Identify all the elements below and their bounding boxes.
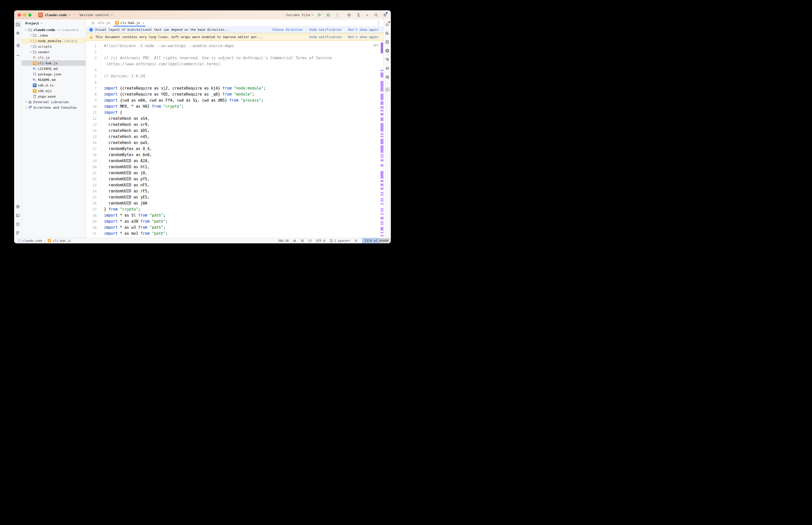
line-number: 5: [86, 73, 101, 79]
tree-item[interactable]: scripts: [22, 44, 86, 49]
vcs-change-mark: [381, 180, 383, 182]
banner-link[interactable]: Don't show again: [348, 28, 379, 31]
tree-chevron-icon[interactable]: [24, 101, 28, 103]
search-icon[interactable]: [373, 12, 379, 17]
vcs-change-mark: [381, 159, 383, 161]
indent-widget[interactable]: 2 spaces*: [329, 239, 351, 243]
tab-cli-bak-js[interactable]: JS cli-bak.js ×: [113, 19, 147, 26]
tab-cli-js[interactable]: 10QJS cli.js: [89, 19, 113, 26]
tree-item[interactable]: {}package.json: [22, 71, 86, 77]
editor-tab-bar: 10QJS cli.js JS cli-bak.js × ⋮: [86, 19, 383, 27]
vcs-change-mark: [381, 154, 383, 155]
tab-options-icon[interactable]: ⋮: [373, 19, 383, 26]
zoom-window-button[interactable]: [28, 13, 31, 17]
vcs-change-mark: [381, 70, 383, 71]
close-window-button[interactable]: [18, 13, 21, 17]
notifications-bell-icon[interactable]: [385, 21, 390, 27]
tree-item[interactable]: node_moduleslibrary: [22, 38, 86, 44]
breadcrumb-project[interactable]: claude-code: [22, 239, 42, 243]
vcs-change-mark: [381, 200, 383, 201]
services-tool-window-icon[interactable]: [15, 204, 21, 209]
code-review-users-icon[interactable]: [385, 74, 390, 80]
run-configuration-selector[interactable]: Current File: [286, 13, 313, 17]
maven-tool-window-icon[interactable]: M: [385, 87, 390, 92]
tree-item[interactable]: .idea: [22, 32, 86, 38]
close-tab-icon[interactable]: ×: [142, 21, 144, 25]
tree-item[interactable]: M↓LICENSE.md: [22, 66, 86, 71]
vcs-widget[interactable]: Version control: [79, 13, 112, 17]
code-line: 26 randomUUID as j0A: [86, 200, 383, 206]
tree-item[interactable]: JSsdk.mjs: [22, 88, 86, 93]
minimize-window-button[interactable]: [23, 13, 26, 17]
plugin-shapes-icon[interactable]: [385, 57, 390, 62]
code-with-me-icon[interactable]: ?: [15, 30, 21, 36]
lock-icon[interactable]: [355, 239, 358, 243]
line-ending-widget[interactable]: LF: [308, 239, 312, 243]
banner-link[interactable]: Choose direction: [272, 28, 302, 31]
ai-chat-icon[interactable]: [385, 30, 390, 36]
project-tool-window-icon[interactable]: [15, 21, 21, 27]
git-tool-window-icon[interactable]: [15, 230, 21, 236]
problems-tool-window-icon[interactable]: [15, 221, 21, 227]
vcs-change-mark: [381, 235, 383, 236]
encoding-widget[interactable]: UTF-8: [316, 239, 325, 243]
memory-indicator[interactable]: 2376 of 4900M: [362, 238, 391, 243]
run-button[interactable]: [317, 12, 322, 17]
scrollbar-thumb[interactable]: [381, 42, 383, 54]
code-line: 20 randomUUID as ht1,: [86, 164, 383, 170]
code-line: 10import MK9, * as HA1 from "crypto";: [86, 103, 383, 109]
caret-position-widget[interactable]: 266:36: [278, 239, 289, 243]
banner-link[interactable]: Don't show again: [348, 35, 379, 39]
more-tool-windows-icon[interactable]: …: [15, 51, 21, 57]
markdown-file-icon: M↓: [33, 78, 36, 81]
tree-chevron-icon[interactable]: [29, 34, 32, 36]
tree-item[interactable]: JScli-bak.js: [22, 60, 86, 66]
vcs-change-mark: [381, 217, 383, 220]
tree-item[interactable]: M↓README.md: [22, 77, 86, 82]
tree-item[interactable]: vendor: [22, 49, 86, 55]
tree-chevron-icon[interactable]: [29, 46, 32, 47]
tree-chevron-icon[interactable]: [29, 40, 32, 42]
vcs-change-mark: [381, 188, 383, 190]
database-icon[interactable]: [385, 39, 390, 45]
readonly-edit-icon[interactable]: [300, 239, 304, 243]
tree-item[interactable]: claude-code~/.nvm/vers: [22, 27, 86, 32]
claude-icon[interactable]: ✳: [365, 12, 370, 17]
breadcrumb-file[interactable]: cli-bak.js: [53, 239, 71, 243]
code-line: 30import * as w3 from "path";: [86, 224, 383, 230]
tree-item[interactable]: External Libraries: [22, 99, 86, 105]
x-plugin-icon[interactable]: [385, 48, 390, 54]
project-panel-header[interactable]: Project: [22, 19, 86, 27]
structure-tool-window-icon[interactable]: [15, 43, 21, 48]
project-switcher[interactable]: claude-code: [45, 13, 70, 17]
tree-item[interactable]: TSsdk.d.ts: [22, 82, 86, 88]
code-line: 19 randomUUID as A2A,: [86, 158, 383, 164]
copilot-status-icon[interactable]: [293, 239, 296, 243]
code-line: 2: [86, 49, 383, 55]
terminal-tool-window-icon[interactable]: [15, 213, 21, 218]
line-number: 19: [86, 158, 101, 164]
chevron-down-icon: [311, 13, 313, 15]
banner-link[interactable]: Hide notification: [309, 35, 342, 39]
banner-link[interactable]: Hide notification: [309, 28, 342, 31]
more-actions-button[interactable]: ⋮: [335, 12, 340, 17]
debug-button[interactable]: [326, 12, 331, 17]
line-number: 17: [86, 146, 101, 152]
tree-chevron-icon[interactable]: [24, 107, 28, 108]
svg-text:?: ?: [18, 33, 19, 34]
tree-chevron-icon[interactable]: [29, 51, 32, 53]
line-number: 30: [86, 224, 101, 230]
tree-chevron-icon[interactable]: [24, 29, 28, 30]
highlighting-level-label[interactable]: OFF: [373, 44, 379, 47]
add-user-icon[interactable]: [356, 12, 361, 17]
tree-item[interactable]: Scratches and Consoles: [22, 105, 86, 110]
editor-scrollbar[interactable]: [381, 41, 383, 238]
line-number: 21: [86, 170, 101, 176]
ai-assistant-icon[interactable]: [347, 12, 352, 17]
settings-gear-icon[interactable]: [382, 12, 387, 17]
tree-item[interactable]: 10QJScli.js: [22, 55, 86, 60]
code-editor[interactable]: 1#!/usr/bin/env -S node --no-warnings --…: [86, 41, 383, 238]
copilot-robot-icon[interactable]: [385, 65, 390, 71]
tree-item[interactable]: yoga.wasm: [22, 93, 86, 99]
line-number: 18: [86, 152, 101, 158]
